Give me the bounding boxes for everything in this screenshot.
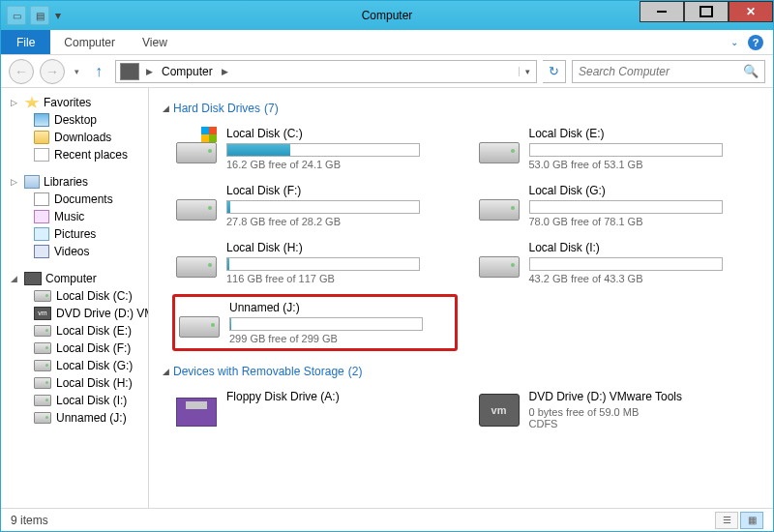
- tree-item-disk-c[interactable]: Local Disk (C:): [11, 287, 148, 305]
- usage-bar: [529, 143, 723, 157]
- tree-item-videos[interactable]: Videos: [11, 243, 148, 260]
- tree-item-computer[interactable]: ◢Computer: [11, 270, 148, 287]
- folder-icon: [34, 131, 49, 144]
- disk-icon: [34, 290, 51, 302]
- drive-f[interactable]: Local Disk (F:) 27.8 GB free of 28.2 GB: [172, 180, 458, 231]
- drive-dvd-d[interactable]: vm DVD Drive (D:) VMware Tools 0 bytes f…: [475, 386, 760, 433]
- status-bar: 9 items ☰ ▦: [1, 508, 773, 531]
- drive-g[interactable]: Local Disk (G:) 78.0 GB free of 78.1 GB: [475, 180, 760, 231]
- titlebar: ▭ ▤ ▾ Computer ✕: [1, 1, 773, 30]
- help-icon[interactable]: ?: [748, 35, 763, 50]
- chevron-right-icon[interactable]: ▶: [143, 67, 156, 76]
- tree-item-dvd-d[interactable]: vmDVD Drive (D:) VMware Tools: [11, 305, 148, 322]
- refresh-button[interactable]: ↻: [543, 60, 566, 83]
- usage-bar: [226, 200, 420, 214]
- usage-bar: [229, 317, 423, 331]
- section-removable-storage[interactable]: ◢ Devices with Removable Storage (2): [163, 365, 759, 378]
- disk-icon: [34, 395, 51, 406]
- view-tiles-button[interactable]: ▦: [740, 512, 763, 529]
- qat-properties-button[interactable]: ▭: [7, 6, 26, 25]
- ribbon-expand-icon[interactable]: ⌄: [730, 37, 738, 47]
- music-icon: [34, 210, 49, 223]
- back-button[interactable]: ←: [9, 59, 34, 84]
- address-history-button[interactable]: ▾: [519, 67, 536, 76]
- tree-item-downloads[interactable]: Downloads: [11, 129, 148, 146]
- tree-item-music[interactable]: Music: [11, 208, 148, 225]
- search-icon: 🔍: [743, 64, 759, 78]
- dvd-icon: vm: [34, 307, 51, 320]
- content-pane: ◢ Hard Disk Drives (7) Local Disk (C:) 1…: [149, 88, 773, 508]
- tab-computer[interactable]: Computer: [50, 30, 129, 54]
- drive-j[interactable]: Unnamed (J:) 299 GB free of 299 GB: [172, 294, 458, 351]
- window-controls: ✕: [640, 1, 773, 22]
- search-input[interactable]: [579, 65, 743, 78]
- usage-bar: [226, 143, 420, 157]
- search-box[interactable]: 🔍: [572, 60, 765, 83]
- documents-icon: [34, 192, 49, 206]
- floppy-icon: [176, 390, 217, 427]
- tab-view[interactable]: View: [129, 30, 181, 54]
- tree-item-disk-h[interactable]: Local Disk (H:): [11, 374, 148, 392]
- tree-item-disk-j[interactable]: Unnamed (J:): [11, 409, 148, 427]
- usage-bar: [226, 257, 420, 271]
- minimize-button[interactable]: [640, 1, 684, 22]
- navigation-bar: ← → ▾ ↑ ▶ Computer ▶ ▾ ↻ 🔍: [1, 55, 773, 88]
- collapse-icon: ◢: [163, 367, 169, 376]
- disk-icon: [176, 127, 217, 163]
- tree-label: Computer: [45, 272, 97, 285]
- drive-floppy-a[interactable]: Floppy Disk Drive (A:): [172, 386, 458, 433]
- quick-access-toolbar: ▭ ▤ ▾: [1, 6, 63, 25]
- disk-icon: [479, 127, 520, 163]
- qat-new-folder-button[interactable]: ▤: [30, 6, 49, 25]
- drive-i[interactable]: Local Disk (I:) 43.2 GB free of 43.3 GB: [475, 237, 760, 288]
- view-details-button[interactable]: ☰: [715, 512, 738, 529]
- history-dropdown[interactable]: ▾: [71, 67, 82, 76]
- videos-icon: [34, 245, 49, 258]
- disk-icon: [34, 377, 51, 389]
- usage-bar: [529, 200, 723, 214]
- computer-icon: [120, 63, 139, 80]
- tree-item-documents[interactable]: Documents: [11, 191, 148, 208]
- drive-c[interactable]: Local Disk (C:) 16.2 GB free of 24.1 GB: [172, 123, 458, 174]
- desktop-icon: [34, 113, 49, 127]
- disk-icon: [479, 184, 520, 221]
- tree-item-desktop[interactable]: Desktop: [11, 111, 148, 129]
- tree-computer: ◢Computer Local Disk (C:) vmDVD Drive (D…: [11, 270, 148, 427]
- tree-item-disk-i[interactable]: Local Disk (I:): [11, 392, 148, 409]
- usage-bar: [529, 257, 723, 271]
- disk-icon: [34, 342, 51, 354]
- disk-icon: [179, 301, 220, 338]
- disk-icon: [34, 360, 51, 371]
- computer-icon: [24, 272, 42, 285]
- chevron-right-icon[interactable]: ▶: [219, 67, 231, 76]
- tree-libraries: ▷Libraries Documents Music Pictures Vide…: [11, 173, 148, 260]
- tree-item-pictures[interactable]: Pictures: [11, 225, 148, 243]
- up-button[interactable]: ↑: [88, 61, 109, 82]
- drive-e[interactable]: Local Disk (E:) 53.0 GB free of 53.1 GB: [475, 123, 760, 174]
- tree-label: Libraries: [44, 175, 88, 189]
- qat-dropdown[interactable]: ▾: [53, 6, 63, 25]
- tree-item-recent[interactable]: Recent places: [11, 146, 148, 163]
- file-tab[interactable]: File: [1, 30, 50, 54]
- favorites-icon: [24, 96, 40, 109]
- section-hard-disk-drives[interactable]: ◢ Hard Disk Drives (7): [163, 102, 759, 115]
- tree-favorites: ▷Favorites Desktop Downloads Recent plac…: [11, 94, 148, 163]
- dvd-icon: vm: [479, 390, 520, 427]
- close-button[interactable]: ✕: [729, 1, 773, 22]
- recent-icon: [34, 148, 49, 162]
- item-count: 9 items: [11, 514, 48, 527]
- maximize-button[interactable]: [684, 1, 729, 22]
- collapse-icon: ◢: [163, 103, 169, 113]
- breadcrumb-computer[interactable]: Computer: [156, 65, 219, 78]
- forward-button[interactable]: →: [40, 59, 65, 84]
- navigation-pane[interactable]: ▷Favorites Desktop Downloads Recent plac…: [1, 88, 149, 508]
- disk-icon: [34, 325, 51, 337]
- pictures-icon: [34, 227, 49, 241]
- tree-item-disk-e[interactable]: Local Disk (E:): [11, 322, 148, 340]
- tree-item-disk-g[interactable]: Local Disk (G:): [11, 357, 148, 374]
- disk-icon: [176, 241, 217, 278]
- drive-h[interactable]: Local Disk (H:) 116 GB free of 117 GB: [172, 237, 458, 288]
- disk-icon: [176, 184, 217, 221]
- address-bar[interactable]: ▶ Computer ▶ ▾: [115, 60, 537, 83]
- tree-item-disk-f[interactable]: Local Disk (F:): [11, 340, 148, 357]
